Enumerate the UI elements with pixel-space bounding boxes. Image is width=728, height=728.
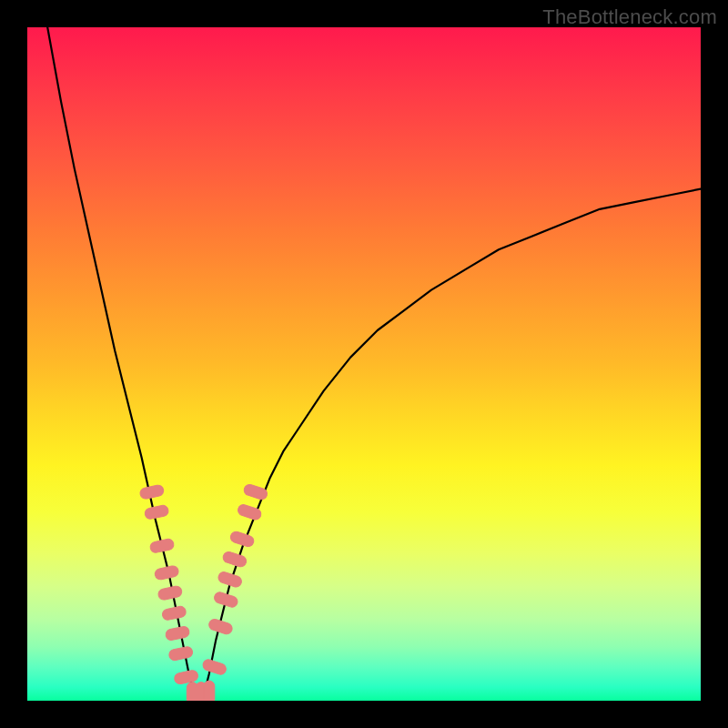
marker-point bbox=[217, 571, 242, 588]
marker-point bbox=[165, 625, 190, 641]
marker-point bbox=[157, 585, 183, 601]
marker-point bbox=[154, 565, 179, 581]
marker-point bbox=[139, 484, 165, 500]
marker-point bbox=[201, 658, 227, 675]
marker-point bbox=[144, 504, 169, 520]
marker-point bbox=[243, 483, 268, 500]
marker-point bbox=[207, 618, 233, 635]
outer-frame: TheBottleneck.com bbox=[0, 0, 728, 728]
bottleneck-curve bbox=[47, 27, 701, 701]
watermark-text: TheBottleneck.com bbox=[542, 5, 717, 29]
marker-point bbox=[229, 531, 255, 548]
marker-point bbox=[168, 646, 194, 662]
marker-group bbox=[139, 483, 268, 701]
marker-point bbox=[222, 551, 248, 568]
marker-point bbox=[213, 591, 238, 608]
marker-point bbox=[204, 681, 215, 701]
chart-overlay bbox=[27, 27, 701, 701]
plot-area bbox=[27, 27, 701, 701]
marker-point bbox=[161, 605, 187, 621]
marker-point bbox=[149, 538, 175, 553]
